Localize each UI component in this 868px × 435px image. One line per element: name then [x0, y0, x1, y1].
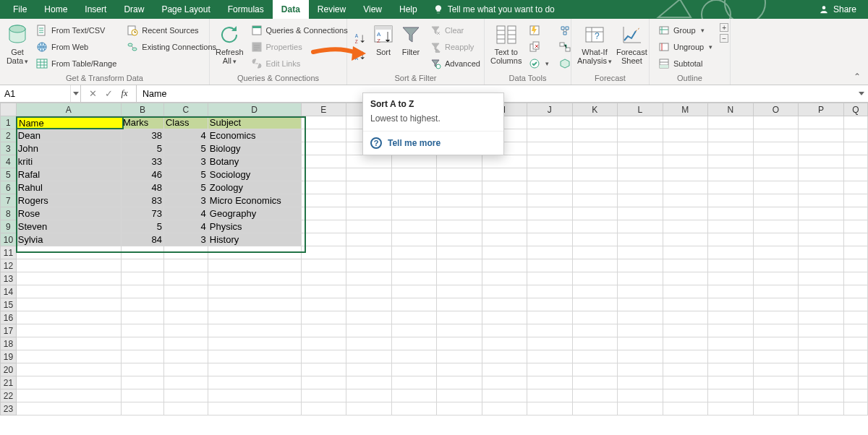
cell[interactable]	[16, 311, 121, 324]
row-header[interactable]: 4	[1, 155, 17, 168]
cell[interactable]	[753, 350, 799, 363]
cell[interactable]	[527, 376, 572, 389]
cell[interactable]	[753, 285, 799, 298]
cell[interactable]	[708, 311, 754, 324]
cell[interactable]	[753, 181, 799, 194]
cell[interactable]	[346, 259, 392, 272]
cell[interactable]	[391, 272, 437, 285]
refresh-all-button[interactable]: RefreshAll▾	[216, 22, 244, 73]
cell[interactable]	[121, 337, 163, 350]
filter-button[interactable]: Filter	[399, 22, 422, 73]
cell[interactable]	[663, 207, 708, 220]
row-header[interactable]: 17	[1, 324, 17, 337]
cell[interactable]	[16, 259, 121, 272]
sort-az-button[interactable]: AZ	[353, 32, 367, 46]
cell[interactable]: Subject	[208, 116, 301, 129]
cell[interactable]	[16, 246, 121, 259]
cell[interactable]	[572, 363, 618, 376]
cell[interactable]	[346, 246, 392, 259]
cell[interactable]: Economics	[208, 129, 301, 142]
cell[interactable]	[708, 246, 754, 259]
cell[interactable]	[482, 311, 527, 324]
cell[interactable]	[346, 363, 392, 376]
cell[interactable]	[482, 350, 527, 363]
cell[interactable]	[121, 285, 163, 298]
col-header-K[interactable]: K	[572, 103, 618, 116]
cell[interactable]	[799, 402, 844, 415]
cell[interactable]: 4	[163, 220, 208, 233]
cell[interactable]	[391, 259, 437, 272]
cell[interactable]	[799, 324, 844, 337]
from-table-range-button[interactable]: From Table/Range	[33, 56, 119, 71]
cell[interactable]	[618, 350, 663, 363]
sort-button[interactable]: AZ Sort	[372, 22, 395, 73]
cell[interactable]	[663, 155, 708, 168]
cell[interactable]	[121, 376, 163, 389]
group-button[interactable]: Group▾	[655, 23, 715, 38]
cell[interactable]	[843, 363, 867, 376]
cell[interactable]	[618, 168, 663, 181]
cell[interactable]	[346, 233, 392, 246]
cell[interactable]	[618, 220, 663, 233]
cell[interactable]	[753, 129, 799, 142]
cell[interactable]	[843, 220, 867, 233]
cell[interactable]	[391, 285, 437, 298]
cell[interactable]	[301, 337, 346, 350]
cell[interactable]	[843, 207, 867, 220]
cell[interactable]	[843, 233, 867, 246]
cell[interactable]	[482, 233, 527, 246]
cell[interactable]	[753, 142, 799, 155]
cell[interactable]	[391, 298, 437, 311]
flash-fill-button[interactable]	[526, 23, 552, 38]
row-header[interactable]: 16	[1, 311, 17, 324]
cell[interactable]	[301, 402, 346, 415]
cell[interactable]	[527, 389, 572, 402]
cell[interactable]	[482, 168, 527, 181]
cell[interactable]	[663, 116, 708, 129]
cell[interactable]	[753, 376, 799, 389]
cell[interactable]	[527, 116, 572, 129]
cell[interactable]	[482, 363, 527, 376]
from-web-button[interactable]: From Web	[33, 40, 119, 54]
cell[interactable]	[663, 311, 708, 324]
cell[interactable]	[843, 168, 867, 181]
cell[interactable]	[16, 363, 121, 376]
tab-help[interactable]: Help	[391, 0, 426, 19]
cell[interactable]	[708, 363, 754, 376]
cell[interactable]	[843, 389, 867, 402]
tab-home[interactable]: Home	[35, 0, 76, 19]
cell[interactable]	[618, 311, 663, 324]
cell[interactable]	[163, 324, 208, 337]
cell[interactable]	[843, 402, 867, 415]
cell[interactable]	[16, 324, 121, 337]
cell[interactable]	[163, 337, 208, 350]
cell[interactable]	[618, 155, 663, 168]
cell[interactable]	[437, 324, 482, 337]
cell[interactable]	[618, 194, 663, 207]
cell[interactable]	[301, 246, 346, 259]
cell[interactable]: Zoology	[208, 181, 301, 194]
row-header[interactable]: 10	[1, 233, 17, 246]
cell[interactable]	[121, 324, 163, 337]
cell[interactable]	[618, 129, 663, 142]
cell[interactable]	[527, 337, 572, 350]
row-header[interactable]: 8	[1, 207, 17, 220]
col-header-E[interactable]: E	[301, 103, 346, 116]
cell[interactable]	[799, 350, 844, 363]
cell[interactable]	[437, 311, 482, 324]
cell[interactable]	[799, 129, 844, 142]
enter-formula-button[interactable]: ✓	[101, 87, 116, 101]
cell[interactable]: 33	[121, 155, 163, 168]
cell[interactable]	[753, 324, 799, 337]
cell[interactable]	[391, 376, 437, 389]
cell[interactable]: 3	[163, 233, 208, 246]
cell[interactable]	[527, 272, 572, 285]
cell[interactable]	[121, 272, 163, 285]
tell-me[interactable]: Tell me what you want to do	[426, 4, 562, 14]
cell[interactable]	[527, 233, 572, 246]
cell[interactable]: 83	[121, 194, 163, 207]
cell[interactable]	[121, 363, 163, 376]
cell[interactable]	[208, 402, 301, 415]
cell[interactable]	[708, 181, 754, 194]
cell[interactable]	[708, 337, 754, 350]
